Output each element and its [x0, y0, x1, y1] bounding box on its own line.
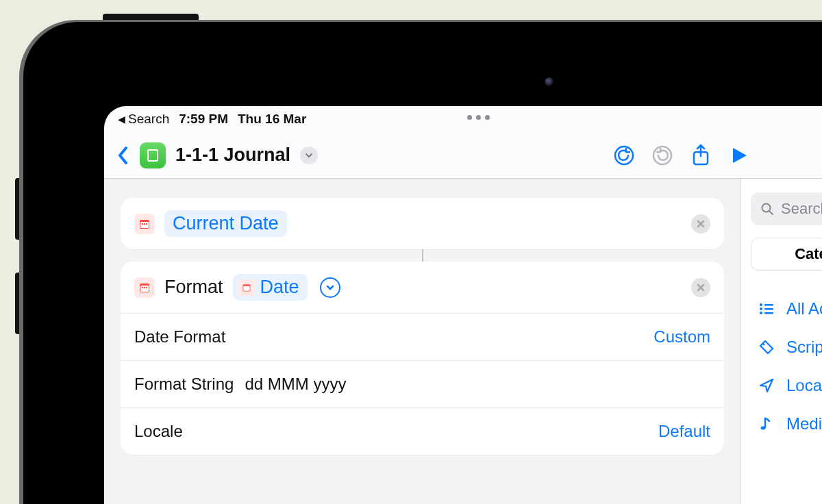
multitasking-icon[interactable] — [467, 115, 490, 120]
device-frame: ◀ Search 7:59 PM Thu 16 Mar 1-1-1 Journa… — [23, 22, 822, 504]
music-note-icon — [758, 416, 775, 432]
breadcrumb-back[interactable]: ◀ Search — [118, 112, 169, 127]
row-label: Date Format — [134, 327, 225, 346]
expand-options-button[interactable] — [320, 277, 340, 298]
row-label: Locale — [134, 422, 183, 441]
row-format-string[interactable]: Format String dd MMM yyyy — [121, 360, 724, 407]
svg-rect-5 — [140, 222, 149, 228]
sidebar-item-location[interactable]: Location — [741, 366, 822, 405]
back-button[interactable] — [116, 145, 130, 166]
share-button[interactable] — [686, 141, 715, 170]
sidebar-item-media[interactable]: Media — [741, 405, 822, 443]
sidebar-item-scripting[interactable]: Scripting — [741, 328, 822, 366]
format-label: Format — [164, 277, 223, 298]
calendar-icon — [134, 277, 155, 298]
action-format-date[interactable]: Format Date — [121, 262, 724, 455]
svg-rect-24 — [764, 312, 773, 314]
svg-point-23 — [760, 312, 762, 314]
svg-rect-22 — [764, 308, 773, 310]
current-date-token[interactable]: Current Date — [164, 210, 287, 237]
search-placeholder: Search for apps — [781, 200, 822, 218]
title-menu-button[interactable] — [300, 147, 318, 164]
svg-rect-10 — [140, 286, 149, 292]
remove-action-button[interactable] — [691, 278, 710, 297]
svg-rect-7 — [144, 223, 145, 225]
row-locale[interactable]: Locale Default — [121, 407, 724, 455]
breadcrumb-label: Search — [128, 112, 169, 127]
svg-rect-6 — [142, 223, 143, 225]
play-button[interactable] — [725, 141, 754, 170]
actions-canvas: Current Date Format — [104, 179, 741, 504]
svg-rect-11 — [142, 287, 143, 288]
back-caret-icon: ◀ — [118, 114, 125, 125]
search-icon — [760, 202, 774, 216]
tag-icon — [758, 339, 775, 355]
svg-point-21 — [760, 307, 762, 310]
status-bar: ◀ Search 7:59 PM Thu 16 Mar — [104, 106, 822, 132]
sidebar-item-all-actions[interactable]: All Actions — [741, 290, 822, 328]
svg-point-25 — [763, 344, 765, 346]
status-time: 7:59 PM — [179, 112, 228, 127]
screen: ◀ Search 7:59 PM Thu 16 Mar 1-1-1 Journa… — [104, 106, 822, 504]
tab-categories[interactable]: Categories — [751, 238, 822, 270]
location-icon — [758, 377, 775, 394]
sidebar-item-label: Media — [786, 414, 822, 433]
svg-point-19 — [760, 303, 762, 306]
list-icon — [758, 301, 775, 317]
svg-rect-13 — [146, 287, 147, 288]
sidebar-item-label: All Actions — [786, 299, 822, 318]
row-value[interactable]: dd MMM yyyy — [245, 375, 346, 394]
shortcut-app-icon — [140, 142, 166, 168]
actions-sidebar: Search for apps Categories All Actions — [741, 179, 822, 504]
date-param-label: Date — [260, 277, 299, 298]
shortcut-title[interactable]: 1-1-1 Journal — [175, 144, 290, 166]
svg-rect-15 — [243, 286, 249, 290]
remove-action-button[interactable] — [691, 214, 710, 234]
svg-rect-12 — [144, 287, 145, 288]
date-param-token[interactable]: Date — [233, 274, 308, 301]
row-date-format[interactable]: Date Format Custom — [121, 313, 724, 360]
svg-point-26 — [761, 427, 766, 430]
toolbar: 1-1-1 Journal — [104, 132, 822, 179]
redo-button[interactable] — [648, 141, 677, 170]
svg-rect-8 — [146, 223, 147, 225]
svg-rect-0 — [148, 150, 158, 161]
row-value[interactable]: Custom — [653, 327, 710, 346]
row-value[interactable]: Default — [658, 422, 710, 441]
calendar-icon — [238, 279, 255, 296]
sidebar-item-label: Location — [786, 376, 822, 395]
row-label: Format String — [134, 375, 234, 394]
svg-rect-20 — [764, 304, 773, 306]
camera-icon — [545, 77, 553, 86]
sidebar-item-label: Scripting — [786, 338, 822, 357]
search-input[interactable]: Search for apps — [751, 192, 822, 225]
connector-line — [422, 249, 423, 262]
category-list: All Actions Scripting Location — [741, 290, 822, 443]
status-date: Thu 16 Mar — [238, 112, 306, 127]
undo-button[interactable] — [610, 141, 638, 170]
action-current-date[interactable]: Current Date — [121, 198, 724, 249]
calendar-icon — [134, 214, 155, 234]
categories-label: Categories — [795, 245, 822, 263]
